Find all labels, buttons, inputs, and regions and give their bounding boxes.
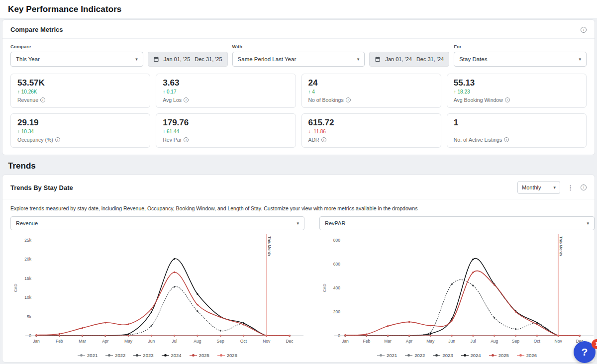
legend-item-2025[interactable]: 2025 xyxy=(190,353,209,358)
trend-arrow-icon: ↑ xyxy=(454,89,456,94)
metric-value: 55.13 xyxy=(454,78,580,88)
right-metric-select[interactable]: RevPAR ▾ xyxy=(319,216,595,230)
metric-card-occupancy: 29.19 ↑ 10.34 Occupancy (%)i xyxy=(10,113,150,148)
for-control: For Stay Dates ▾ xyxy=(454,44,587,67)
legend-marker-icon xyxy=(78,354,85,357)
with-date-range[interactable]: Jan 01, '24 Dec 31, '24 xyxy=(369,52,449,67)
legend-label: 2021 xyxy=(87,353,98,358)
legend-item-2026[interactable]: 2026 xyxy=(517,353,537,358)
metric-change: ↑ 0.17 xyxy=(163,89,289,95)
legend-marker-icon xyxy=(405,354,412,357)
metric-card-no-of-bookings: 24 ↑ 4 No of Bookingsi xyxy=(301,74,441,108)
metric-change: - xyxy=(454,129,580,135)
legend-item-2022[interactable]: 2022 xyxy=(405,353,425,358)
svg-text:Mar: Mar xyxy=(79,339,86,344)
kebab-menu-icon[interactable]: ⋮ xyxy=(565,184,576,191)
info-icon[interactable]: i xyxy=(581,27,587,33)
compare-label: Compare xyxy=(10,44,143,49)
trend-arrow-icon: ↑ xyxy=(17,89,20,94)
svg-text:Jun: Jun xyxy=(148,339,155,344)
for-select[interactable]: Stay Dates ▾ xyxy=(454,52,587,67)
metric-label-row: Occupancy (%)i xyxy=(17,137,143,143)
legend-item-2024[interactable]: 2024 xyxy=(461,353,481,358)
compare-end-date[interactable]: Dec 31, '25 xyxy=(195,56,222,62)
svg-text:Jan: Jan xyxy=(342,339,349,344)
trend-arrow-icon: ↑ xyxy=(163,89,165,94)
legend-marker-icon xyxy=(105,354,113,357)
revpar-trend-chart: 0200400600800CADJanFebMarAprMayJunJulAug… xyxy=(319,231,595,350)
metric-label-row: Rev Pari xyxy=(163,137,289,143)
info-icon[interactable]: i xyxy=(321,137,326,142)
svg-text:Apr: Apr xyxy=(102,339,108,344)
metric-label-row: No of Bookingsi xyxy=(308,97,434,103)
chevron-down-icon: ▾ xyxy=(553,185,556,190)
info-icon[interactable]: i xyxy=(504,137,509,142)
period-select[interactable]: Monthly ▾ xyxy=(517,181,560,194)
compare-metrics-title: Compare Metrics xyxy=(10,26,63,33)
metric-label-row: No. of Active Listingsi xyxy=(454,137,580,143)
svg-text:Jun: Jun xyxy=(448,339,455,344)
with-end-date[interactable]: Dec 31, '24 xyxy=(416,56,444,62)
legend-item-2023[interactable]: 2023 xyxy=(133,353,153,358)
legend-item-2025[interactable]: 2025 xyxy=(489,353,509,358)
metric-change-value: - xyxy=(454,129,455,134)
left-metric-select-value: Revenue xyxy=(16,220,38,226)
svg-text:Jan: Jan xyxy=(33,339,40,344)
info-icon[interactable]: i xyxy=(184,97,189,102)
svg-text:Mar: Mar xyxy=(384,339,392,344)
trend-arrow-icon: ↑ xyxy=(308,89,311,94)
legend-item-2024[interactable]: 2024 xyxy=(162,353,182,358)
trends-description: Explore trends measured by stay date, in… xyxy=(2,199,595,212)
compare-select[interactable]: This Year ▾ xyxy=(10,52,143,67)
legend-item-2026[interactable]: 2026 xyxy=(217,353,237,358)
legend-label: 2026 xyxy=(526,353,537,358)
svg-text:400: 400 xyxy=(333,285,340,290)
with-start-date[interactable]: Jan 01, '24 xyxy=(385,56,411,62)
metric-change-value: 10.26K xyxy=(21,89,37,94)
metric-change: ↑ 10.34 xyxy=(17,129,143,135)
legend-marker-icon xyxy=(133,354,141,357)
revenue-chart-legend: 202120222023202420252026 xyxy=(10,350,304,362)
legend-label: 2023 xyxy=(442,353,453,358)
svg-text:This Month: This Month xyxy=(559,236,563,256)
trends-card-title: Trends By Stay Date xyxy=(10,184,73,191)
revenue-trend-chart: 05k10k15k20k25kCADJanFebMarAprMayJunJulA… xyxy=(10,231,304,350)
info-icon[interactable]: i xyxy=(581,184,587,190)
metrics-grid: 53.57K ↑ 10.26K Revenuei 3.63 ↑ 0.17 Avg… xyxy=(2,73,595,155)
revpar-chart-panel: RevPAR ▾ 0200400600800CADJanFebMarAprMay… xyxy=(319,216,595,362)
legend-marker-icon xyxy=(162,354,169,357)
info-icon[interactable]: i xyxy=(40,97,45,102)
svg-text:Feb: Feb xyxy=(56,339,63,344)
info-icon[interactable]: i xyxy=(184,137,189,142)
metric-value: 615.72 xyxy=(308,118,434,128)
svg-text:Feb: Feb xyxy=(363,339,370,344)
info-icon[interactable]: i xyxy=(55,137,60,142)
svg-text:Jul: Jul xyxy=(172,339,177,344)
legend-item-2023[interactable]: 2023 xyxy=(433,353,453,358)
svg-text:600: 600 xyxy=(333,262,340,267)
legend-item-2022[interactable]: 2022 xyxy=(105,353,125,358)
left-metric-select[interactable]: Revenue ▾ xyxy=(10,216,304,230)
with-select[interactable]: Same Period Last Year ▾ xyxy=(232,52,365,67)
svg-text:5k: 5k xyxy=(27,314,32,319)
revpar-chart-legend: 202120222023202420252026 xyxy=(319,350,595,362)
info-icon[interactable]: i xyxy=(505,97,510,102)
metric-card-adr: 615.72 ↓ -11.86 ADRi xyxy=(301,113,441,148)
legend-item-2021[interactable]: 2021 xyxy=(377,353,397,358)
compare-start-date[interactable]: Jan 01, '25 xyxy=(164,56,190,62)
help-chat-button[interactable]: ? 1 xyxy=(574,341,596,363)
revenue-chart-panel: Revenue ▾ 05k10k15k20k25kCADJanFebMarApr… xyxy=(10,216,304,362)
compare-date-range[interactable]: Jan 01, '25 Dec 31, '25 xyxy=(148,52,228,67)
metric-label-row: Avg Booking Windowi xyxy=(454,97,580,103)
charts-row: Revenue ▾ 05k10k15k20k25kCADJanFebMarApr… xyxy=(2,212,595,362)
with-control: With Same Period Last Year ▾ xyxy=(232,44,365,67)
metric-change-value: 18.23 xyxy=(458,89,470,94)
svg-text:This Month: This Month xyxy=(267,236,272,256)
info-icon[interactable]: i xyxy=(346,97,351,102)
legend-item-2021[interactable]: 2021 xyxy=(78,353,98,358)
legend-marker-icon xyxy=(217,354,225,357)
trend-arrow-icon: ↑ xyxy=(17,129,20,134)
help-icon: ? xyxy=(582,346,588,358)
metric-label: No. of Active Listings xyxy=(454,137,502,143)
svg-text:Nov: Nov xyxy=(263,339,271,344)
